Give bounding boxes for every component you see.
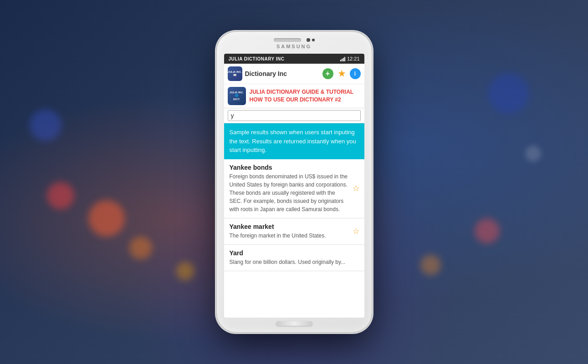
search-input[interactable] (228, 110, 361, 121)
app-header: JULIA INC.📖 Dictionary Inc + ★ i (224, 64, 364, 84)
signal-icon (340, 56, 345, 61)
star-yankee-bonds[interactable]: ☆ (353, 183, 360, 193)
camera-lens (307, 38, 310, 42)
phone-wrapper: SAMSUNG JULIA DICTIONARY INC 12:21 (217, 32, 372, 332)
status-app-name: JULIA DICTIONARY INC (229, 56, 285, 61)
dictionary-entries: Yankee bonds Foreign bonds denominated i… (224, 159, 364, 318)
search-bar (224, 108, 364, 123)
phone-screen: JULIA DICTIONARY INC 12:21 JULIA INC.📖 (224, 54, 364, 318)
app-header-title: Dictionary Inc (245, 70, 320, 77)
brand-label: SAMSUNG (276, 44, 312, 49)
speaker-grill (274, 38, 301, 42)
entry-yard[interactable]: Yard Slang for one billion dollars. Used… (224, 245, 364, 271)
tutorial-icon: JULIA INC.🌐DICT. (228, 87, 246, 105)
star-yankee-market[interactable]: ☆ (353, 226, 360, 236)
status-bar-right: 12:21 (340, 56, 360, 61)
app-logo-icon: JULIA INC.📖 (228, 66, 242, 81)
entry-def-yankee-market: The foreign market in the United States. (230, 232, 359, 240)
add-button[interactable]: + (322, 68, 333, 79)
sample-results-banner: Sample results shown when users start in… (224, 123, 364, 159)
status-time: 12:21 (347, 56, 360, 61)
entry-def-yankee-bonds: Foreign bonds denominated in US$ issued … (230, 172, 359, 213)
sensor-dot (312, 39, 315, 41)
tutorial-banner[interactable]: JULIA INC.🌐DICT. JULIA DICTIONARY GUIDE … (224, 84, 364, 108)
entry-title-yankee-market: Yankee market (230, 223, 359, 230)
phone-device: SAMSUNG JULIA DICTIONARY INC 12:21 (217, 32, 372, 332)
star-button[interactable]: ★ (336, 68, 347, 79)
tutorial-line2: HOW TO USE OUR DICTIONARY #2 (250, 96, 354, 104)
entry-def-yard: Slang for one billion dollars. Used orig… (230, 258, 359, 266)
home-button[interactable] (276, 321, 312, 326)
entry-title-yard: Yard (230, 249, 359, 257)
entry-title-yankee-bonds: Yankee bonds (230, 164, 359, 171)
header-icons: + ★ i (322, 68, 361, 79)
status-bar: JULIA DICTIONARY INC 12:21 (224, 54, 364, 64)
tutorial-line1: JULIA DICTIONARY GUIDE & TUTORIAL (250, 88, 354, 96)
entry-yankee-bonds[interactable]: Yankee bonds Foreign bonds denominated i… (224, 159, 364, 218)
info-button[interactable]: i (350, 68, 361, 79)
entry-yankee-market[interactable]: Yankee market The foreign market in the … (224, 218, 364, 245)
